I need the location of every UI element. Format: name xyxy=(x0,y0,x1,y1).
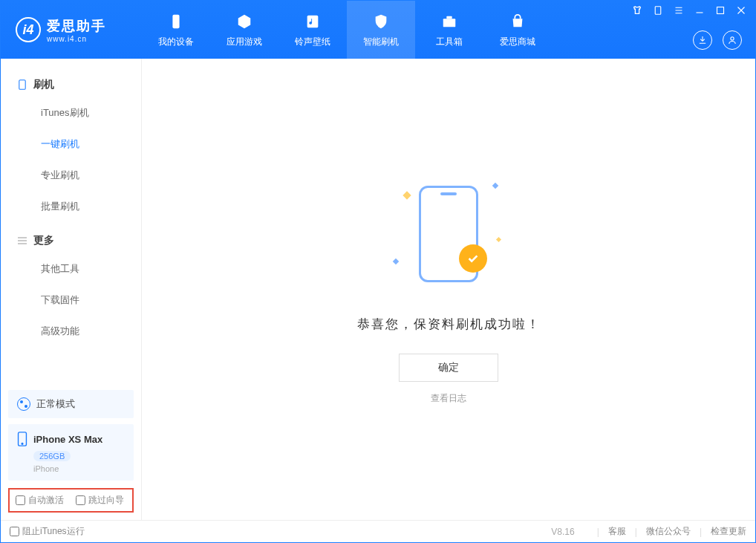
sparkle-icon xyxy=(492,182,498,188)
nav-label: 爱思商城 xyxy=(500,36,535,48)
logo[interactable]: i4 爱思助手 www.i4.cn xyxy=(1,17,142,43)
footer-check-update[interactable]: 检查更新 xyxy=(711,525,746,538)
music-icon xyxy=(303,12,322,31)
logo-icon: i4 xyxy=(16,17,41,42)
sparkle-icon xyxy=(393,258,399,264)
sidebar-item-download-firmware[interactable]: 下载固件 xyxy=(41,284,141,316)
user-button[interactable] xyxy=(723,30,742,50)
footer-support[interactable]: 客服 xyxy=(608,525,626,538)
view-log-link[interactable]: 查看日志 xyxy=(431,392,466,405)
device-icon xyxy=(166,12,186,31)
sparkle-icon xyxy=(496,236,501,241)
device-name-row: iPhone XS Max xyxy=(17,432,125,446)
footer-wechat[interactable]: 微信公众号 xyxy=(646,525,691,538)
nav-ringtones[interactable]: 铃声壁纸 xyxy=(278,1,347,59)
success-illustration xyxy=(389,175,508,293)
nav-my-device[interactable]: 我的设备 xyxy=(142,1,210,59)
auto-activate-checkbox[interactable]: 自动激活 xyxy=(16,494,64,507)
svg-rect-7 xyxy=(19,80,25,90)
nav-label: 应用游戏 xyxy=(227,36,262,48)
group-title: 更多 xyxy=(33,234,54,247)
close-icon[interactable] xyxy=(736,5,746,16)
nav-store[interactable]: 爱思商城 xyxy=(483,1,552,59)
svg-point-6 xyxy=(731,37,734,40)
sidebar-item-pro-flash[interactable]: 专业刷机 xyxy=(41,160,141,191)
sidebar-item-batch-flash[interactable]: 批量刷机 xyxy=(41,191,141,222)
sidebar: 刷机 iTunes刷机 一键刷机 专业刷机 批量刷机 更多 其他工具 下载固件 … xyxy=(1,59,142,520)
logo-cn: 爱思助手 xyxy=(47,17,106,35)
nav-flash[interactable]: 智能刷机 xyxy=(347,1,415,59)
svg-rect-4 xyxy=(655,7,661,15)
group-title: 刷机 xyxy=(33,78,54,91)
toolbox-icon xyxy=(440,12,459,31)
sidebar-items-flash: iTunes刷机 一键刷机 专业刷机 批量刷机 xyxy=(1,97,141,222)
header-actions xyxy=(693,30,742,50)
nav-apps[interactable]: 应用游戏 xyxy=(210,1,278,59)
svg-point-9 xyxy=(22,443,23,444)
phone-icon[interactable] xyxy=(653,5,663,16)
svg-rect-1 xyxy=(307,15,319,27)
mode-icon xyxy=(17,397,30,411)
block-itunes-checkbox[interactable]: 阻止iTunes运行 xyxy=(10,525,85,538)
main-content: 恭喜您，保资料刷机成功啦！ 确定 查看日志 xyxy=(142,59,755,520)
maximize-icon[interactable] xyxy=(715,5,726,16)
footer: 阻止iTunes运行 V8.16 | 客服 | 微信公众号 | 检查更新 xyxy=(1,520,755,542)
phone-icon xyxy=(17,432,27,446)
phone-outline-icon xyxy=(17,79,27,90)
mode-block[interactable]: 正常模式 xyxy=(8,390,134,418)
sidebar-group-flash: 刷机 xyxy=(1,72,141,97)
header-right xyxy=(632,1,746,59)
nav-label: 铃声壁纸 xyxy=(295,36,330,48)
sidebar-item-itunes-flash[interactable]: iTunes刷机 xyxy=(41,97,141,129)
bag-icon xyxy=(508,12,527,31)
header: i4 爱思助手 www.i4.cn 我的设备 应用游戏 铃声壁纸 智能刷机 工具… xyxy=(1,1,755,59)
nav-label: 智能刷机 xyxy=(363,36,399,48)
download-button[interactable] xyxy=(693,30,712,50)
success-text: 恭喜您，保资料刷机成功啦！ xyxy=(357,316,541,333)
svg-rect-3 xyxy=(446,16,452,19)
menu-icon[interactable] xyxy=(674,5,684,16)
check-badge-icon xyxy=(459,244,487,273)
svg-rect-0 xyxy=(172,14,179,27)
options-row: 自动激活 跳过向导 xyxy=(8,488,134,513)
skip-guide-checkbox[interactable]: 跳过向导 xyxy=(76,494,124,507)
cube-icon xyxy=(235,12,254,31)
top-nav: 我的设备 应用游戏 铃声壁纸 智能刷机 工具箱 爱思商城 xyxy=(142,1,552,59)
menu-lines-icon xyxy=(17,235,27,246)
nav-label: 我的设备 xyxy=(158,36,194,48)
logo-en: www.i4.cn xyxy=(47,35,106,43)
sidebar-item-other-tools[interactable]: 其他工具 xyxy=(41,253,141,284)
body: 刷机 iTunes刷机 一键刷机 专业刷机 批量刷机 更多 其他工具 下载固件 … xyxy=(1,59,755,520)
tshirt-icon[interactable] xyxy=(632,5,642,16)
logo-text: 爱思助手 www.i4.cn xyxy=(47,17,106,43)
device-capacity: 256GB xyxy=(33,451,71,461)
version-label: V8.16 xyxy=(551,527,574,537)
sidebar-item-advanced[interactable]: 高级功能 xyxy=(41,316,141,347)
shield-icon xyxy=(371,12,391,31)
nav-label: 工具箱 xyxy=(436,36,463,48)
device-block[interactable]: iPhone XS Max 256GB iPhone xyxy=(8,424,134,481)
device-name: iPhone XS Max xyxy=(33,434,102,445)
nav-toolbox[interactable]: 工具箱 xyxy=(415,1,483,59)
ok-button[interactable]: 确定 xyxy=(399,354,498,382)
mode-label: 正常模式 xyxy=(36,397,75,411)
sidebar-item-oneclick-flash[interactable]: 一键刷机 xyxy=(41,129,141,160)
svg-rect-2 xyxy=(443,19,456,27)
svg-rect-5 xyxy=(717,7,724,14)
sidebar-items-more: 其他工具 下载固件 高级功能 xyxy=(1,253,141,347)
window-controls xyxy=(632,5,746,16)
minimize-icon[interactable] xyxy=(694,5,705,16)
device-type: iPhone xyxy=(33,464,125,473)
sparkle-icon xyxy=(403,191,411,199)
sidebar-group-more: 更多 xyxy=(1,228,141,253)
